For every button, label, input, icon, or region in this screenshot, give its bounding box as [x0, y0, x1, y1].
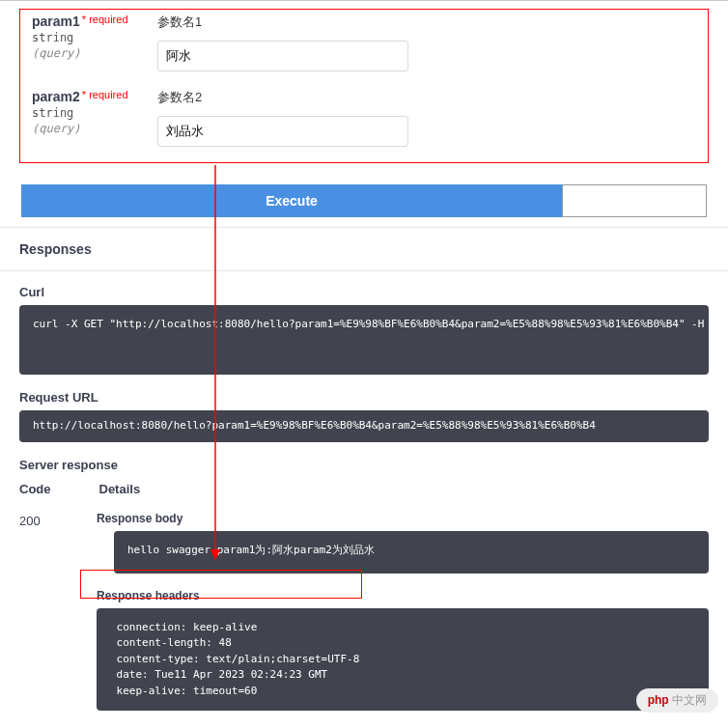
param-type: string	[32, 31, 73, 44]
required-marker: * required	[82, 89, 128, 100]
required-marker: * required	[82, 14, 128, 25]
watermark-brand: php	[648, 693, 669, 707]
curl-block: curl -X GET "http://localhost:8080/hello…	[19, 305, 709, 375]
clear-button[interactable]	[562, 184, 707, 217]
execute-button[interactable]: Execute	[21, 184, 562, 217]
details-column-head: Details	[99, 482, 141, 496]
param2-input[interactable]	[157, 116, 408, 147]
request-url-label: Request URL	[19, 390, 709, 405]
param-description: 参数名1	[157, 14, 696, 31]
response-row: 200 Response body hello swagger param1为:…	[19, 512, 709, 727]
param-in: (query)	[32, 122, 81, 135]
code-column-head: Code	[19, 482, 51, 496]
param-row: param1* required string (query) 参数名1	[32, 10, 696, 71]
response-body-label: Response body	[97, 512, 709, 525]
server-response-label: Server response	[19, 458, 709, 472]
status-code: 200	[19, 512, 97, 727]
param-name: param2	[32, 89, 80, 104]
watermark: php 中文网	[636, 688, 718, 713]
param-name: param1	[32, 14, 80, 29]
response-headers-label: Response headers	[97, 589, 709, 602]
responses-heading: Responses	[0, 227, 728, 271]
parameters-box: param1* required string (query) 参数名1 par…	[19, 9, 709, 163]
param-in: (query)	[32, 46, 81, 60]
response-headers-block: connection: keep-alive content-length: 4…	[97, 608, 709, 712]
response-body-block: hello swagger param1为:阿水param2为刘品水	[114, 531, 709, 574]
param1-input[interactable]	[157, 41, 408, 71]
curl-label: Curl	[19, 285, 709, 299]
param-description: 参数名2	[157, 89, 696, 106]
request-url-block: http://localhost:8080/hello?param1=%E9%9…	[19, 410, 709, 442]
param-row: param2* required string (query) 参数名2	[32, 85, 696, 147]
param-type: string	[32, 106, 73, 120]
watermark-text: 中文网	[672, 693, 707, 707]
